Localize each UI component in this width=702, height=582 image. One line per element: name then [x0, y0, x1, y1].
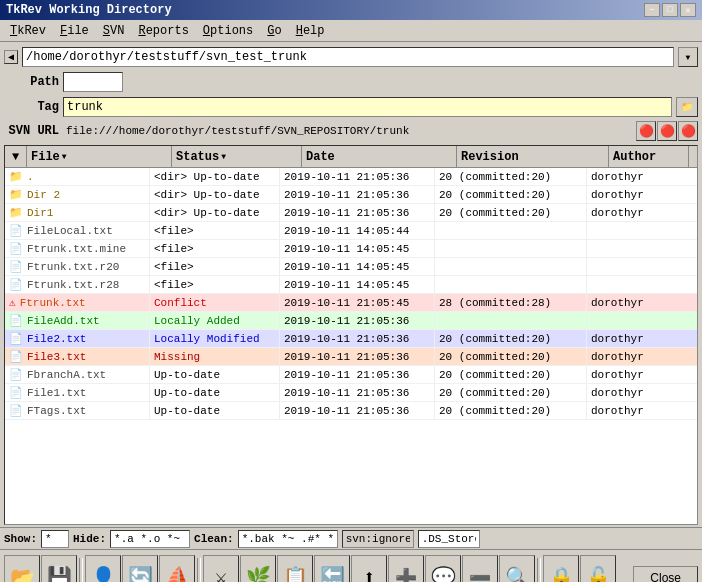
file-status-cell: Locally Added — [150, 312, 280, 329]
table-row[interactable]: 📁.<dir> Up-to-date2019-10-11 21:05:3620 … — [5, 168, 697, 186]
file-name-cell: 📄FTags.txt — [5, 402, 150, 419]
table-row[interactable]: 📄FileAdd.txtLocally Added2019-10-11 21:0… — [5, 312, 697, 330]
path-dropdown[interactable]: ▼ — [678, 47, 698, 67]
menu-options[interactable]: Options — [197, 22, 259, 40]
table-row[interactable]: 📁Dir 2<dir> Up-to-date2019-10-11 21:05:3… — [5, 186, 697, 204]
sep3 — [536, 555, 542, 583]
table-row[interactable]: 📁Dir1<dir> Up-to-date2019-10-11 21:05:36… — [5, 204, 697, 222]
col-header-author[interactable]: Author — [609, 146, 689, 167]
revert-btn2[interactable]: 🔙 — [314, 555, 350, 583]
file-status-cell: <dir> Up-to-date — [150, 168, 280, 185]
file-status-cell: Up-to-date — [150, 402, 280, 419]
svnignore-value-input[interactable] — [418, 530, 480, 548]
file-name: Dir 2 — [27, 189, 60, 201]
file-date-cell: 2019-10-11 21:05:36 — [280, 312, 435, 329]
table-row[interactable]: 📄FTags.txtUp-to-date2019-10-11 21:05:362… — [5, 402, 697, 420]
tag-label: Tag — [4, 100, 59, 114]
lock-btn-2[interactable]: 🔴 — [657, 121, 677, 141]
file-list-header: ▼ File ▼ Status ▼ Date Revision Author — [5, 146, 697, 168]
svnignore-input[interactable] — [342, 530, 414, 548]
menu-bar: TkRev File SVN Reports Options Go Help — [0, 20, 702, 42]
update-btn2[interactable]: ⬆️ — [351, 555, 387, 583]
file-date-cell: 2019-10-11 21:05:36 — [280, 402, 435, 419]
unlock-btn-action[interactable]: 🔓 — [580, 555, 616, 583]
menu-file[interactable]: File — [54, 22, 95, 40]
open-file-btn[interactable]: 📂 — [4, 555, 40, 583]
minimize-btn[interactable]: − — [644, 3, 660, 17]
file-date-cell: 2019-10-11 14:05:45 — [280, 276, 435, 293]
search-btn2[interactable]: 🔍 — [499, 555, 535, 583]
main-content: ▼ File ▼ Status ▼ Date Revision Author 📁… — [4, 145, 698, 525]
file-type-icon: 📄 — [9, 224, 23, 237]
clean-input[interactable] — [238, 530, 338, 548]
file-name: FbranchA.txt — [27, 369, 106, 381]
diff-btn2[interactable]: ⚔️ — [203, 555, 239, 583]
menu-go[interactable]: Go — [261, 22, 287, 40]
branch-btn2[interactable]: ⛵ — [159, 555, 195, 583]
file-status-cell: Up-to-date — [150, 384, 280, 401]
path-input[interactable] — [22, 47, 674, 67]
log-btn[interactable]: 📋 — [277, 555, 313, 583]
col-header-file[interactable]: File ▼ — [27, 146, 172, 167]
file-type-icon: 📄 — [9, 368, 23, 381]
file-revision-cell — [435, 240, 587, 257]
file-author-cell: dorothyr — [587, 402, 667, 419]
merge-btn[interactable]: 🌿 — [240, 555, 276, 583]
file-name: File1.txt — [27, 387, 86, 399]
file-revision-cell: 20 (committed:20) — [435, 384, 587, 401]
delete-btn2[interactable]: ➖ — [462, 555, 498, 583]
add-btn2[interactable]: ➕ — [388, 555, 424, 583]
file-type-icon: 📄 — [9, 386, 23, 399]
table-row[interactable]: 📄File2.txtLocally Modified2019-10-11 21:… — [5, 330, 697, 348]
file-revision-cell: 20 (committed:20) — [435, 348, 587, 365]
file-type-icon: 📄 — [9, 332, 23, 345]
file-type-icon: 📄 — [9, 404, 23, 417]
table-row[interactable]: 📄File1.txtUp-to-date2019-10-11 21:05:362… — [5, 384, 697, 402]
file-name: File3.txt — [27, 351, 86, 363]
table-row[interactable]: 📄Ftrunk.txt.mine<file>2019-10-11 14:05:4… — [5, 240, 697, 258]
file-date-cell: 2019-10-11 14:05:45 — [280, 258, 435, 275]
tag-input[interactable] — [63, 97, 672, 117]
table-row[interactable]: 📄File3.txtMissing2019-10-11 21:05:3620 (… — [5, 348, 697, 366]
col-header-status[interactable]: Status ▼ — [172, 146, 302, 167]
title-bar-buttons: − □ ✕ — [644, 3, 696, 17]
lock-btn-action[interactable]: 🔒 — [543, 555, 579, 583]
table-row[interactable]: ⚠Ftrunk.txtConflict2019-10-11 21:05:4528… — [5, 294, 697, 312]
hide-input[interactable] — [110, 530, 190, 548]
svn-lock-icons: 🔴 🔴 🔴 — [636, 121, 698, 141]
tag-browse-btn[interactable]: 📁 — [676, 97, 698, 117]
menu-reports[interactable]: Reports — [132, 22, 194, 40]
show-input[interactable] — [41, 530, 69, 548]
close-btn[interactable]: Close — [633, 566, 698, 583]
svn-url-row: SVN URL file:///home/dorothyr/teststuff/… — [4, 121, 698, 141]
col-header-date[interactable]: Date — [302, 146, 457, 167]
maximize-btn[interactable]: □ — [662, 3, 678, 17]
col-header-revision[interactable]: Revision — [457, 146, 609, 167]
file-name: Ftrunk.txt — [20, 297, 86, 309]
update-btn[interactable]: 👤 — [85, 555, 121, 583]
tag-path-input[interactable] — [63, 72, 123, 92]
file-status-cell: Conflict — [150, 294, 280, 311]
menu-help[interactable]: Help — [290, 22, 331, 40]
table-row[interactable]: 📄Ftrunk.txt.r20<file>2019-10-11 14:05:45 — [5, 258, 697, 276]
save-file-btn[interactable]: 💾 — [41, 555, 77, 583]
commit-btn2[interactable]: 🔄 — [122, 555, 158, 583]
window-title: TkRev Working Directory — [6, 3, 172, 17]
table-row[interactable]: 📄Ftrunk.txt.r28<file>2019-10-11 14:05:45 — [5, 276, 697, 294]
file-author-cell — [587, 222, 667, 239]
lock-btn-1[interactable]: 🔴 — [636, 121, 656, 141]
lock-btn-3[interactable]: 🔴 — [678, 121, 698, 141]
file-date-cell: 2019-10-11 21:05:36 — [280, 186, 435, 203]
commit-btn3[interactable]: 💬 — [425, 555, 461, 583]
file-name-cell: 📄File2.txt — [5, 330, 150, 347]
menu-tkrev[interactable]: TkRev — [4, 22, 52, 40]
back-btn[interactable]: ◀ — [4, 50, 18, 64]
table-row[interactable]: 📄FbranchA.txtUp-to-date2019-10-11 21:05:… — [5, 366, 697, 384]
table-row[interactable]: 📄FileLocal.txt<file>2019-10-11 14:05:44 — [5, 222, 697, 240]
menu-svn[interactable]: SVN — [97, 22, 131, 40]
sort-toggle[interactable]: ▼ — [5, 146, 27, 167]
file-name-cell: 📄Ftrunk.txt.mine — [5, 240, 150, 257]
close-window-btn[interactable]: ✕ — [680, 3, 696, 17]
file-name-cell: 📄FbranchA.txt — [5, 366, 150, 383]
file-name: Ftrunk.txt.mine — [27, 243, 126, 255]
